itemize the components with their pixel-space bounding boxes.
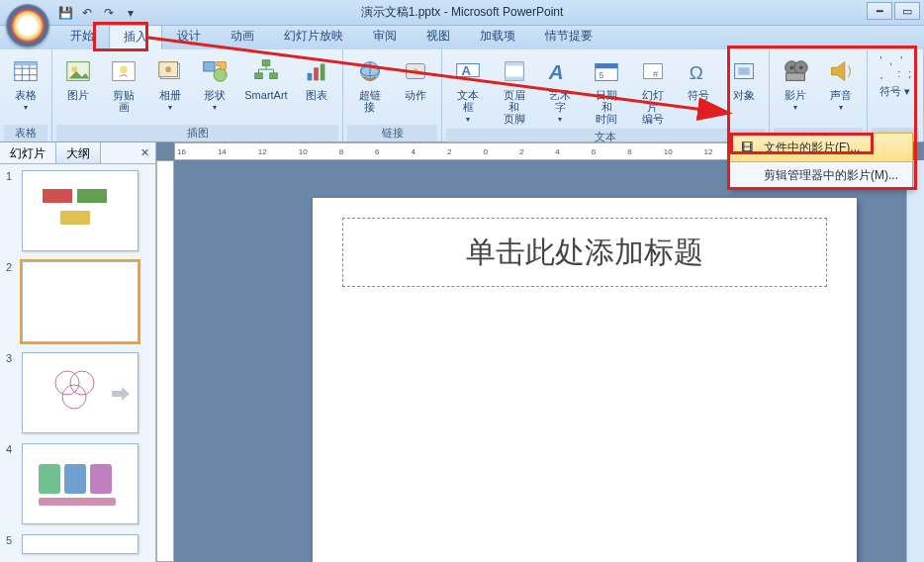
slide-thumb-4[interactable] — [22, 443, 139, 524]
ribbon-tabs: 开始 插入 设计 动画 幻灯片放映 审阅 视图 加载项 情节提要 — [0, 26, 924, 49]
btn-smartart[interactable]: SmartArt — [240, 53, 291, 123]
btn-symbol[interactable]: Ω符号 — [679, 53, 718, 127]
tab-outline-panel[interactable]: 大纲 — [56, 142, 101, 163]
svg-rect-15 — [262, 60, 270, 66]
btn-movie[interactable]: 影片▾ — [776, 53, 815, 126]
headerfooter-icon — [499, 55, 530, 87]
smartart-icon — [250, 55, 282, 87]
hyperlink-icon — [354, 55, 386, 87]
tab-story[interactable]: 情节提要 — [530, 23, 607, 49]
quick-access-toolbar: 💾 ↶ ↷ ▾ — [55, 3, 140, 23]
tab-view[interactable]: 视图 — [412, 23, 465, 49]
title-placeholder[interactable]: 单击此处添加标题 — [342, 218, 827, 287]
vertical-ruler[interactable] — [156, 160, 174, 562]
chevron-down-icon: ▾ — [24, 103, 28, 112]
window-title: 演示文稿1.pptx - Microsoft PowerPoint — [361, 4, 564, 21]
table-icon — [10, 55, 42, 87]
svg-text:#: # — [653, 69, 659, 79]
thumb-row-2[interactable]: 2 — [6, 261, 149, 342]
menu-item-movie-from-file[interactable]: 🎞 文件中的影片(F)... — [729, 133, 913, 162]
svg-point-48 — [799, 65, 803, 69]
btn-table[interactable]: 表格 ▾ — [6, 53, 46, 123]
btn-wordart[interactable]: A艺术字▾ — [540, 53, 581, 127]
btn-slidenum[interactable]: #幻灯片 编号 — [632, 53, 673, 127]
svg-rect-22 — [308, 73, 313, 81]
btn-symbol-dropdown[interactable]: 符号 ▾ — [879, 84, 911, 99]
tab-insert[interactable]: 插入 — [109, 24, 162, 49]
slide-thumb-1[interactable] — [22, 170, 139, 251]
chevron-down-icon: ▾ — [466, 115, 470, 124]
textbox-icon: A — [452, 55, 484, 87]
btn-hyperlink[interactable]: 超链接 — [349, 53, 390, 123]
svg-rect-37 — [596, 64, 618, 69]
shapes-icon — [199, 55, 231, 87]
slide-area: 16 14 12 10 8 6 4 2 0 2 4 6 8 10 12 单击此处… — [156, 142, 924, 562]
btn-datetime[interactable]: 5日期和 时间 — [587, 53, 627, 127]
btn-headerfooter[interactable]: 页眉和 页脚 — [494, 53, 534, 127]
svg-rect-16 — [255, 73, 263, 79]
redo-icon[interactable]: ↷ — [99, 3, 119, 23]
svg-rect-13 — [204, 62, 215, 71]
chevron-down-icon: ▾ — [213, 103, 217, 112]
btn-picture[interactable]: 图片 — [58, 53, 98, 123]
btn-object[interactable]: 对象 — [724, 53, 764, 127]
chevron-down-icon: ▾ — [558, 115, 562, 124]
qat-more-icon[interactable]: ▾ — [121, 3, 140, 23]
save-icon[interactable]: 💾 — [55, 3, 75, 23]
window-controls: ━ ▭ — [867, 2, 920, 20]
sound-icon — [825, 55, 857, 87]
svg-text:A: A — [548, 60, 564, 83]
chevron-down-icon: ▾ — [793, 103, 797, 112]
tab-review[interactable]: 审阅 — [358, 23, 412, 49]
tab-addin[interactable]: 加载项 — [465, 23, 530, 49]
slide-canvas[interactable]: 单击此处添加标题 — [313, 198, 857, 562]
svg-rect-23 — [315, 67, 320, 80]
film-reel-icon: 🎞 — [738, 139, 756, 156]
menu-item-movie-from-manager[interactable]: 剪辑管理器中的影片(M)... — [730, 161, 912, 189]
group-links: 超链接 动作 链接 — [343, 49, 441, 141]
btn-chart[interactable]: 图表 — [298, 53, 337, 123]
thumb-row-4[interactable]: 4 — [6, 443, 149, 524]
movie-icon — [780, 55, 811, 87]
slide-thumb-5[interactable] — [22, 534, 139, 554]
svg-point-51 — [62, 385, 86, 409]
btn-action[interactable]: 动作 — [396, 53, 435, 123]
tab-slideshow[interactable]: 幻灯片放映 — [269, 23, 358, 49]
movie-dropdown-menu: 🎞 文件中的影片(F)... 剪辑管理器中的影片(M)... — [729, 133, 913, 190]
btn-sound[interactable]: 声音▾ — [821, 53, 861, 126]
btn-clipart[interactable]: 剪贴画 — [104, 53, 144, 123]
office-button[interactable] — [6, 4, 49, 47]
btn-textbox[interactable]: A文本框▾ — [448, 53, 489, 127]
action-icon — [400, 55, 431, 87]
maximize-button[interactable]: ▭ — [894, 2, 920, 20]
svg-point-50 — [70, 371, 94, 395]
svg-rect-5 — [15, 62, 38, 66]
slide-thumbnails: 1 2 3 4 5 — [0, 164, 155, 560]
minimize-button[interactable]: ━ — [867, 2, 892, 20]
tab-design[interactable]: 设计 — [162, 23, 216, 49]
undo-icon[interactable]: ↶ — [77, 3, 97, 23]
title-bar: 💾 ↶ ↷ ▾ 演示文稿1.pptx - Microsoft PowerPoin… — [0, 0, 924, 26]
tab-start[interactable]: 开始 — [55, 23, 109, 49]
thumb-row-1[interactable]: 1 — [6, 170, 149, 251]
svg-rect-46 — [786, 73, 805, 81]
album-icon — [154, 55, 186, 87]
wordart-icon: A — [544, 55, 576, 87]
vertical-scrollbar[interactable] — [906, 160, 924, 562]
btn-shapes[interactable]: 形状▾ — [196, 53, 235, 123]
tab-slides-panel[interactable]: 幻灯片 — [0, 142, 56, 163]
slide-thumb-2[interactable] — [22, 261, 139, 342]
thumb-row-5[interactable]: 5 — [6, 534, 149, 554]
svg-text:5: 5 — [600, 70, 604, 80]
chart-icon — [301, 55, 332, 87]
thumb-row-3[interactable]: 3 — [6, 352, 149, 433]
slide-thumb-3[interactable] — [22, 352, 139, 433]
svg-text:A: A — [462, 63, 472, 78]
close-panel-icon[interactable]: ✕ — [134, 142, 155, 163]
group-text: A文本框▾ 页眉和 页脚 A艺术字▾ 5日期和 时间 #幻灯片 编号 Ω符号 对… — [442, 49, 771, 141]
svg-rect-43 — [738, 67, 749, 75]
tab-anim[interactable]: 动画 — [216, 23, 269, 49]
svg-text:Ω: Ω — [690, 62, 703, 83]
group-table: 表格 ▾ 表格 — [0, 49, 52, 141]
btn-album[interactable]: 相册▾ — [150, 53, 190, 123]
